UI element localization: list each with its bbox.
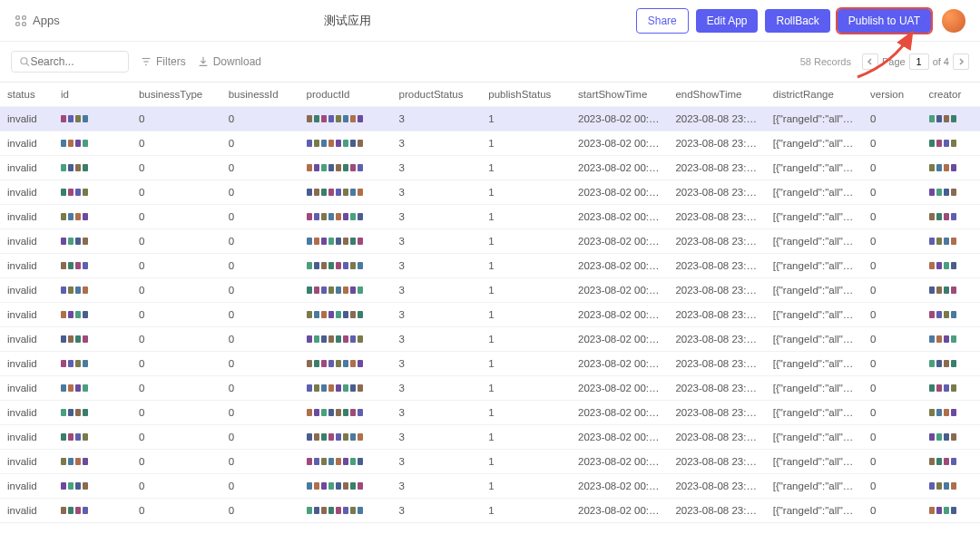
cell-endShowTime: 2023-08-08 23:5...	[668, 205, 765, 229]
cell-endShowTime: 2023-08-08 23:5...	[668, 499, 765, 523]
table-row[interactable]: invalid00312023-08-02 00:0...2023-08-08 …	[0, 229, 980, 254]
cell-productStatus: 3	[392, 474, 482, 499]
cell-productId	[299, 499, 392, 523]
table-row[interactable]: invalid00312023-08-02 00:0...2023-08-08 …	[0, 254, 980, 278]
cell-productStatus: 3	[392, 401, 482, 425]
share-button[interactable]: Share	[636, 8, 689, 34]
publish-to-uat-button[interactable]: Publish to UAT	[838, 9, 931, 33]
cell-productStatus: 3	[392, 229, 482, 254]
svg-rect-2	[16, 22, 20, 25]
edit-app-button[interactable]: Edit App	[696, 9, 759, 33]
table-row[interactable]: invalid00312023-08-02 00:0...2023-08-08 …	[0, 156, 980, 180]
col-header-startShowTime[interactable]: startShowTime	[571, 83, 668, 107]
col-header-id[interactable]: id	[54, 83, 132, 107]
page-prev-button[interactable]	[862, 53, 878, 70]
cell-productId	[299, 352, 392, 376]
cell-businessType: 0	[132, 303, 221, 327]
col-header-businessId[interactable]: businessId	[221, 83, 299, 107]
filters-label: Filters	[156, 55, 186, 68]
table-row[interactable]: invalid00312023-08-02 00:0...2023-08-08 …	[0, 425, 980, 450]
cell-startShowTime: 2023-08-02 00:0...	[571, 376, 668, 401]
cell-id	[54, 327, 132, 352]
cell-productStatus: 3	[392, 156, 482, 180]
cell-creator	[922, 352, 981, 376]
col-header-productId[interactable]: productId	[299, 83, 392, 107]
cell-status: invalid	[0, 229, 54, 254]
cell-businessType: 0	[132, 425, 221, 450]
cell-productStatus: 3	[392, 450, 482, 474]
table-row[interactable]: invalid00312023-08-02 00:0...2023-08-08 …	[0, 180, 980, 205]
svg-rect-3	[23, 22, 26, 25]
cell-businessId: 0	[221, 401, 299, 425]
cell-businessId: 0	[221, 474, 299, 499]
page-label: Page	[882, 56, 906, 67]
table-row[interactable]: invalid00312023-08-02 00:0...2023-08-08 …	[0, 278, 980, 303]
cell-publishStatus: 1	[481, 278, 571, 303]
cell-startShowTime: 2023-08-02 00:0...	[571, 401, 668, 425]
page-next-button[interactable]	[953, 53, 969, 70]
cell-id	[54, 107, 132, 131]
cell-publishStatus: 1	[481, 376, 571, 401]
cell-id	[54, 205, 132, 229]
col-header-districtRange[interactable]: districtRange	[766, 83, 863, 107]
cell-status: invalid	[0, 156, 54, 180]
cell-creator	[922, 131, 981, 156]
cell-districtRange: [{"rangeId":"all","ra...	[766, 303, 863, 327]
cell-version: 0	[863, 352, 921, 376]
table-row[interactable]: invalid00312023-08-02 00:0...2023-08-08 …	[0, 401, 980, 425]
table-row[interactable]: invalid00312023-08-02 00:0...2023-08-08 …	[0, 303, 980, 327]
table-row[interactable]: invalid00312023-08-02 00:0...2023-08-08 …	[0, 131, 980, 156]
cell-publishStatus: 1	[481, 499, 571, 523]
col-header-productStatus[interactable]: productStatus	[392, 83, 482, 107]
table-row[interactable]: invalid00312023-08-02 00:0...2023-08-08 …	[0, 352, 980, 376]
col-header-status[interactable]: status	[0, 83, 54, 107]
cell-version: 0	[863, 107, 921, 131]
col-header-creator[interactable]: creator	[922, 83, 981, 107]
page-input[interactable]	[909, 53, 929, 70]
cell-businessType: 0	[132, 327, 221, 352]
data-table: status id businessType businessId produc…	[0, 83, 980, 523]
table-row[interactable]: invalid00312023-08-02 00:0...2023-08-08 …	[0, 376, 980, 401]
table-row[interactable]: invalid00312023-08-02 00:0...2023-08-08 …	[0, 450, 980, 474]
rollback-button[interactable]: RollBack	[765, 9, 829, 33]
cell-productId	[299, 278, 392, 303]
cell-status: invalid	[0, 180, 54, 205]
cell-businessId: 0	[221, 229, 299, 254]
col-header-version[interactable]: version	[863, 83, 921, 107]
cell-districtRange: [{"rangeId":"all","ra...	[766, 376, 863, 401]
cell-productStatus: 3	[392, 499, 482, 523]
cell-businessId: 0	[221, 425, 299, 450]
filters-button[interactable]: Filters	[140, 55, 186, 68]
cell-publishStatus: 1	[481, 107, 571, 131]
table-row[interactable]: invalid00312023-08-02 00:0...2023-08-08 …	[0, 107, 980, 131]
search-box[interactable]	[11, 51, 129, 73]
cell-productId	[299, 131, 392, 156]
table-row[interactable]: invalid00312023-08-02 00:0...2023-08-08 …	[0, 205, 980, 229]
cell-endShowTime: 2023-08-08 23:5...	[668, 131, 765, 156]
cell-version: 0	[863, 278, 921, 303]
cell-creator	[922, 425, 981, 450]
cell-endShowTime: 2023-08-08 23:5...	[668, 156, 765, 180]
download-icon	[197, 55, 210, 68]
cell-businessId: 0	[221, 156, 299, 180]
cell-businessType: 0	[132, 499, 221, 523]
cell-status: invalid	[0, 474, 54, 499]
apps-link[interactable]: Apps	[15, 14, 60, 27]
cell-startShowTime: 2023-08-02 00:0...	[571, 229, 668, 254]
cell-creator	[922, 450, 981, 474]
col-header-publishStatus[interactable]: publishStatus	[481, 83, 571, 107]
cell-status: invalid	[0, 303, 54, 327]
data-table-wrap: status id businessType businessId produc…	[0, 82, 980, 534]
user-avatar[interactable]	[942, 9, 965, 33]
cell-productId	[299, 327, 392, 352]
cell-id	[54, 180, 132, 205]
cell-businessId: 0	[221, 303, 299, 327]
table-row[interactable]: invalid00312023-08-02 00:0...2023-08-08 …	[0, 499, 980, 523]
cell-startShowTime: 2023-08-02 00:0...	[571, 156, 668, 180]
col-header-endShowTime[interactable]: endShowTime	[668, 83, 765, 107]
search-input[interactable]	[30, 55, 121, 68]
table-row[interactable]: invalid00312023-08-02 00:0...2023-08-08 …	[0, 327, 980, 352]
col-header-businessType[interactable]: businessType	[132, 83, 221, 107]
download-button[interactable]: Download	[197, 55, 261, 68]
table-row[interactable]: invalid00312023-08-02 00:0...2023-08-08 …	[0, 474, 980, 499]
